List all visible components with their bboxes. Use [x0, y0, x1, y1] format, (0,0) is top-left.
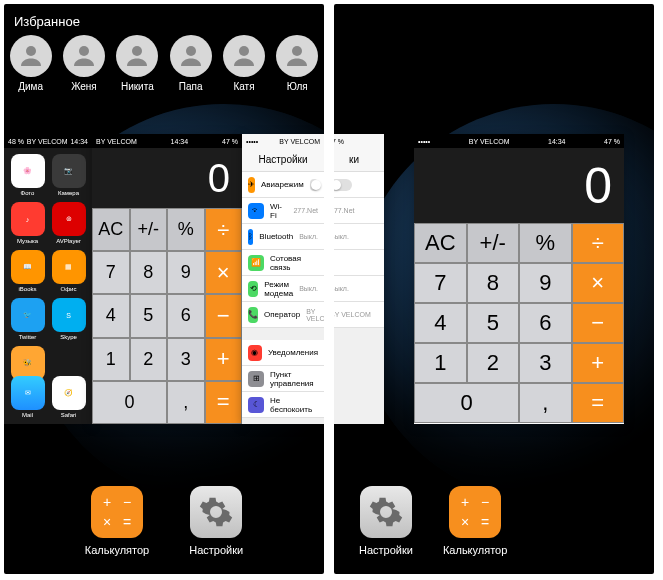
phone-right: 47 % ки 277.Net Выкл. Выкл. BY VELCOM ••…: [334, 4, 654, 574]
settings-row[interactable]: Выкл.: [334, 276, 384, 302]
contact-item[interactable]: Женя: [61, 35, 106, 92]
settings-row[interactable]: Выкл.: [334, 224, 384, 250]
calc-sub-button[interactable]: −: [205, 294, 243, 337]
settings-row[interactable]: [334, 172, 384, 198]
calc-7-button[interactable]: 7: [414, 263, 467, 303]
app-safari[interactable]: 🧭Safari: [51, 376, 86, 418]
calc-div-button[interactable]: ÷: [205, 208, 243, 251]
app-avplayer[interactable]: ⊚AVPlayer: [51, 202, 86, 244]
home-grid: 🌸Фото 📷Камера ♪Музыка ⊚AVPlayer 📖iBooks …: [4, 148, 92, 394]
calc-eq-button[interactable]: =: [205, 381, 243, 424]
settings-row[interactable]: BY VELCOM: [334, 302, 384, 328]
calc-pct-button[interactable]: %: [519, 223, 572, 263]
calc-6-button[interactable]: 6: [167, 294, 205, 337]
calc-8-button[interactable]: 8: [130, 251, 168, 294]
app-mail[interactable]: ✉Mail: [10, 376, 45, 418]
calc-eq-button[interactable]: =: [572, 383, 625, 423]
calc-mul-button[interactable]: ×: [205, 251, 243, 294]
calc-5-button[interactable]: 5: [467, 303, 520, 343]
app-switcher-cards: 47 % ки 277.Net Выкл. Выкл. BY VELCOM ••…: [334, 134, 654, 434]
app-office[interactable]: ▦Офис: [51, 250, 86, 292]
calc-pm-button[interactable]: +/-: [467, 223, 520, 263]
calc-9-button[interactable]: 9: [167, 251, 205, 294]
calc-7-button[interactable]: 7: [92, 251, 130, 294]
contact-name: Никита: [121, 81, 154, 92]
airplane-toggle[interactable]: [334, 179, 352, 191]
settings-row[interactable]: 277.Net: [334, 198, 384, 224]
calc-add-button[interactable]: +: [572, 343, 625, 383]
app-music[interactable]: ♪Музыка: [10, 202, 45, 244]
avatar: [276, 35, 318, 77]
calc-2-button[interactable]: 2: [130, 338, 168, 381]
settings-row-carrier[interactable]: 📞ОператорBY VELCOM: [242, 302, 324, 328]
status-bar: BY VELCOM14:3447 %: [92, 134, 242, 148]
carrier-icon: 📞: [248, 307, 258, 323]
settings-row-bluetooth[interactable]: ᛒBluetoothВыкл.: [242, 224, 324, 250]
settings-row[interactable]: [334, 250, 384, 276]
dock-settings[interactable]: Настройки: [189, 486, 243, 556]
avplayer-icon: ⊚: [52, 202, 86, 236]
calc-pct-button[interactable]: %: [167, 208, 205, 251]
music-icon: ♪: [11, 202, 45, 236]
calc-3-button[interactable]: 3: [519, 343, 572, 383]
calc-1-button[interactable]: 1: [92, 338, 130, 381]
contact-item[interactable]: Катя: [221, 35, 266, 92]
wifi-icon: ᯤ: [248, 203, 264, 219]
settings-row-hotspot[interactable]: ⟲Режим модемаВыкл.: [242, 276, 324, 302]
settings-row-cellular[interactable]: 📶Сотовая связь: [242, 250, 324, 276]
calc-9-button[interactable]: 9: [519, 263, 572, 303]
calc-1-button[interactable]: 1: [414, 343, 467, 383]
card-settings[interactable]: 47 % ки 277.Net Выкл. Выкл. BY VELCOM: [334, 134, 384, 424]
calc-8-button[interactable]: 8: [467, 263, 520, 303]
calc-2-button[interactable]: 2: [467, 343, 520, 383]
contact-item[interactable]: Папа: [168, 35, 213, 92]
calc-3-button[interactable]: 3: [167, 338, 205, 381]
app-ibooks[interactable]: 📖iBooks: [10, 250, 45, 292]
calc-sub-button[interactable]: −: [572, 303, 625, 343]
app-photos[interactable]: 🌸Фото: [10, 154, 45, 196]
calc-0-button[interactable]: 0: [414, 383, 519, 423]
calc-6-button[interactable]: 6: [519, 303, 572, 343]
settings-app-icon: [190, 486, 242, 538]
app-camera[interactable]: 📷Камера: [51, 154, 86, 196]
settings-row-airplane[interactable]: ✈Авиарежим: [242, 172, 324, 198]
airplane-toggle[interactable]: [310, 179, 318, 191]
calc-4-button[interactable]: 4: [92, 294, 130, 337]
settings-title: Настройки: [242, 148, 324, 172]
contact-name: Женя: [71, 81, 97, 92]
contacts-row: Дима Женя Никита Папа Катя Юля: [4, 35, 324, 102]
contact-item[interactable]: Дима: [8, 35, 53, 92]
status-bar: •••••BY VELCOM: [242, 134, 324, 148]
calc-ac-button[interactable]: AC: [414, 223, 467, 263]
status-bar: 47 %: [334, 134, 384, 148]
dock-settings[interactable]: Настройки: [359, 486, 413, 556]
app-twitter[interactable]: 🐦Twitter: [10, 298, 45, 340]
settings-row-wifi[interactable]: ᯤWi-Fi277.Net: [242, 198, 324, 224]
app-skype[interactable]: SSkype: [51, 298, 86, 340]
card-home[interactable]: 48 %BY VELCOM14:34 🌸Фото 📷Камера ♪Музыка…: [4, 134, 92, 424]
avatar: [63, 35, 105, 77]
contact-item[interactable]: Никита: [115, 35, 160, 92]
calc-0-button[interactable]: 0: [92, 381, 167, 424]
app-switcher-cards: 48 %BY VELCOM14:34 🌸Фото 📷Камера ♪Музыка…: [4, 134, 324, 434]
dock-calculator[interactable]: +−×= Калькулятор: [85, 486, 149, 556]
calc-add-button[interactable]: +: [205, 338, 243, 381]
card-settings[interactable]: •••••BY VELCOM Настройки ✈Авиарежим ᯤWi-…: [242, 134, 324, 424]
calc-mul-button[interactable]: ×: [572, 263, 625, 303]
settings-row-notifications[interactable]: ◉Уведомления: [242, 340, 324, 366]
switcher-dock: +−×= Калькулятор Настройки: [4, 486, 324, 556]
calc-5-button[interactable]: 5: [130, 294, 168, 337]
settings-app-icon: [360, 486, 412, 538]
contact-item[interactable]: Юля: [275, 35, 320, 92]
card-calculator[interactable]: •••••BY VELCOM14:3447 % 0 AC +/- % ÷ 7 8…: [414, 134, 624, 424]
calc-dot-button[interactable]: ,: [167, 381, 205, 424]
card-calculator[interactable]: BY VELCOM14:3447 % 0 AC +/- % ÷ 7 8 9 × …: [92, 134, 242, 424]
settings-row-dnd[interactable]: ☾Не беспокоить: [242, 392, 324, 418]
calc-dot-button[interactable]: ,: [519, 383, 572, 423]
calc-ac-button[interactable]: AC: [92, 208, 130, 251]
dock-calculator[interactable]: +−×= Калькулятор: [443, 486, 507, 556]
calc-div-button[interactable]: ÷: [572, 223, 625, 263]
settings-row-control-center[interactable]: ⊞Пункт управления: [242, 366, 324, 392]
calc-4-button[interactable]: 4: [414, 303, 467, 343]
calc-pm-button[interactable]: +/-: [130, 208, 168, 251]
